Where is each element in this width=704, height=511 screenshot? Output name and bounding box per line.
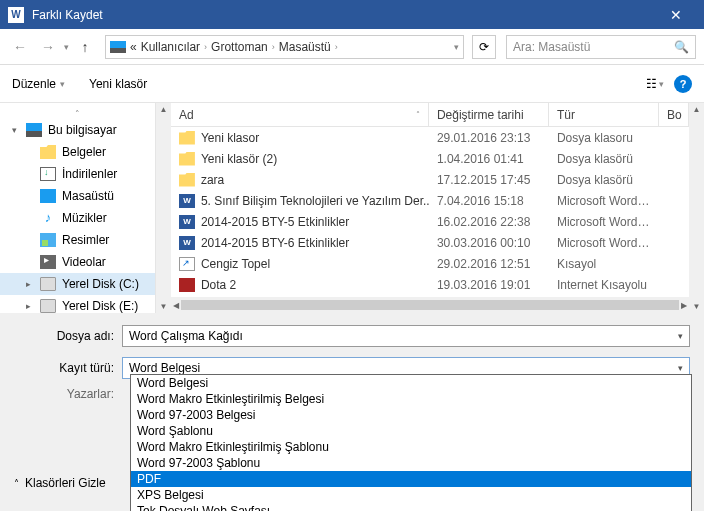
sidebar-scrollbar[interactable]: ▲ ▼: [156, 103, 171, 313]
file-date: 7.04.2016 15:18: [429, 194, 549, 208]
up-button[interactable]: ↑: [73, 35, 97, 59]
list-view-icon: ☷: [646, 77, 657, 91]
sidebar: ˄ ▾ Bu bilgisayar BelgelerİndirilenlerMa…: [0, 103, 156, 313]
column-header-date[interactable]: Değiştirme tarihi: [429, 103, 549, 126]
sidebar-item[interactable]: Resimler: [0, 229, 155, 251]
view-mode-button[interactable]: ☷ ▾: [646, 77, 664, 91]
file-name: Yeni klasör (2): [201, 152, 277, 166]
file-row[interactable]: W5. Sınıf Bilişim Teknolojileri ve Yazıl…: [171, 190, 689, 211]
breadcrumb[interactable]: Masaüstü: [279, 40, 331, 54]
chevron-down-icon[interactable]: ▾: [678, 331, 683, 341]
filetype-option[interactable]: Word Makro Etkinleştirilmiş Belgesi: [131, 391, 691, 407]
filetype-option[interactable]: Word 97-2003 Belgesi: [131, 407, 691, 423]
sidebar-item[interactable]: Videolar: [0, 251, 155, 273]
filetype-option[interactable]: Word Şablonu: [131, 423, 691, 439]
dota-icon: [179, 278, 195, 292]
file-row[interactable]: Yeni klasor29.01.2016 23:13Dosya klasoru: [171, 127, 689, 148]
file-row[interactable]: Dota 219.03.2016 19:01Internet Kısayolu: [171, 274, 689, 295]
file-row[interactable]: Yeni klasör (2)1.04.2016 01:41Dosya klas…: [171, 148, 689, 169]
file-date: 29.01.2016 23:13: [429, 131, 549, 145]
pc-icon: [26, 123, 42, 137]
filelist-scrollbar[interactable]: ▲ ▼: [689, 103, 704, 313]
title-bar: W Farklı Kaydet ✕: [0, 0, 704, 29]
filetype-option[interactable]: Tek Dosyalı Web Sayfası: [131, 503, 691, 511]
expand-icon[interactable]: ▾: [8, 125, 20, 135]
scroll-left-icon[interactable]: ◀: [173, 301, 179, 310]
filename-label: Dosya adı:: [14, 329, 122, 343]
file-row[interactable]: Cengiz Topel29.02.2016 12:51Kısayol: [171, 253, 689, 274]
sidebar-item-label: Belgeler: [62, 145, 106, 159]
scrollbar-thumb[interactable]: [181, 300, 679, 310]
filetype-option[interactable]: Word Belgesi: [131, 375, 691, 391]
scroll-up-icon[interactable]: ▲: [159, 105, 167, 114]
folder-icon: [40, 145, 56, 159]
scroll-up-icon[interactable]: ▲: [693, 105, 701, 114]
column-header-type[interactable]: Tür: [549, 103, 659, 126]
scroll-up-icon[interactable]: ˄: [0, 109, 155, 119]
word-icon: W: [179, 194, 195, 208]
file-name: Dota 2: [201, 278, 236, 292]
sidebar-root-pc[interactable]: ▾ Bu bilgisayar: [0, 119, 155, 141]
sidebar-item[interactable]: ▸Yerel Disk (C:): [0, 273, 155, 295]
main-content: ˄ ▾ Bu bilgisayar BelgelerİndirilenlerMa…: [0, 103, 704, 313]
refresh-button[interactable]: ⟳: [472, 35, 496, 59]
filetype-dropdown[interactable]: Word BelgesiWord Makro Etkinleştirilmiş …: [130, 374, 692, 511]
filetype-option[interactable]: PDF: [131, 471, 691, 487]
scroll-right-icon[interactable]: ▶: [681, 301, 687, 310]
chevron-down-icon: ▾: [659, 79, 664, 89]
sidebar-item[interactable]: İndirilenler: [0, 163, 155, 185]
window-title: Farklı Kaydet: [32, 8, 656, 22]
down-icon: [40, 167, 56, 181]
scroll-down-icon[interactable]: ▼: [693, 302, 701, 311]
help-button[interactable]: ?: [674, 75, 692, 93]
back-button[interactable]: ←: [8, 35, 32, 59]
organize-menu[interactable]: Düzenle ▾: [12, 77, 65, 91]
nav-history-dropdown[interactable]: ▾: [64, 42, 69, 52]
chevron-right-icon: ›: [204, 42, 207, 52]
file-type: Dosya klasoru: [549, 131, 659, 145]
scroll-down-icon[interactable]: ▼: [159, 302, 167, 311]
address-dropdown[interactable]: ▾: [454, 42, 459, 52]
file-date: 17.12.2015 17:45: [429, 173, 549, 187]
file-row[interactable]: zara17.12.2015 17:45Dosya klasörü: [171, 169, 689, 190]
filename-input[interactable]: Word Çalışma Kağıdı ▾: [122, 325, 690, 347]
file-name: 5. Sınıf Bilişim Teknolojileri ve Yazılı…: [201, 194, 429, 208]
disk-icon: [40, 277, 56, 291]
file-date: 1.04.2016 01:41: [429, 152, 549, 166]
file-row[interactable]: W2014-2015 BTY-5 Etkinlikler16.02.2016 2…: [171, 211, 689, 232]
toolbar: Düzenle ▾ Yeni klasör ☷ ▾ ?: [0, 65, 704, 103]
column-header-name[interactable]: Ad˄: [171, 103, 429, 126]
sidebar-item[interactable]: Belgeler: [0, 141, 155, 163]
sidebar-item-label: Müzikler: [62, 211, 107, 225]
file-type: Dosya klasörü: [549, 152, 659, 166]
music-icon: ♪: [40, 211, 56, 225]
breadcrumb[interactable]: Grottoman: [211, 40, 268, 54]
file-date: 16.02.2016 22:38: [429, 215, 549, 229]
column-header-size[interactable]: Bo: [659, 103, 689, 126]
new-folder-button[interactable]: Yeni klasör: [89, 77, 147, 91]
sidebar-item[interactable]: ▸Yerel Disk (E:): [0, 295, 155, 313]
chevron-down-icon[interactable]: ▾: [678, 363, 683, 373]
file-type: Microsoft Word B...: [549, 215, 659, 229]
sidebar-item[interactable]: Masaüstü: [0, 185, 155, 207]
search-input[interactable]: Ara: Masaüstü 🔍: [506, 35, 696, 59]
close-button[interactable]: ✕: [656, 0, 696, 29]
vid-icon: [40, 255, 56, 269]
file-row[interactable]: W2014-2015 BTY-6 Etkinlikler30.03.2016 0…: [171, 232, 689, 253]
word-icon: W: [179, 236, 195, 250]
filetype-option[interactable]: Word Makro Etkinleştirilmiş Şablonu: [131, 439, 691, 455]
sidebar-item[interactable]: ♪Müzikler: [0, 207, 155, 229]
horizontal-scrollbar[interactable]: ◀ ▶: [171, 297, 689, 313]
chevron-right-icon: ›: [272, 42, 275, 52]
forward-button[interactable]: →: [36, 35, 60, 59]
expand-icon[interactable]: ▸: [22, 301, 34, 311]
expand-icon[interactable]: ▸: [22, 279, 34, 289]
folder-icon: [179, 131, 195, 145]
file-name: Cengiz Topel: [201, 257, 270, 271]
chevron-down-icon: ▾: [60, 79, 65, 89]
breadcrumb[interactable]: Kullanıcılar: [141, 40, 200, 54]
address-bar[interactable]: « Kullanıcılar › Grottoman › Masaüstü › …: [105, 35, 464, 59]
filetype-option[interactable]: Word 97-2003 Şablonu: [131, 455, 691, 471]
hide-folders-button[interactable]: ˄ Klasörleri Gizle: [14, 476, 106, 490]
filetype-option[interactable]: XPS Belgesi: [131, 487, 691, 503]
